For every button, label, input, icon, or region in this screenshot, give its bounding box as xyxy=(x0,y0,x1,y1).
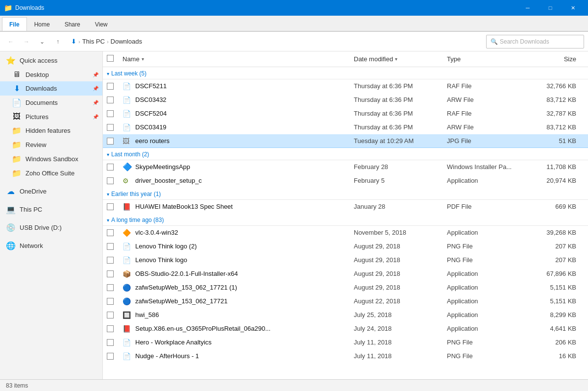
sidebar-item-hidden-features[interactable]: 📁 Hidden features xyxy=(0,123,102,138)
tab-view[interactable]: View xyxy=(88,17,115,31)
file-type-icon: 📄 xyxy=(122,243,132,250)
file-name: hwi_586 xyxy=(135,311,354,318)
file-type-icon: 📦 xyxy=(122,270,132,278)
col-header-size[interactable]: Size xyxy=(535,55,584,63)
sidebar-label-pictures: Pictures xyxy=(25,113,89,121)
file-name: Hero - Workplace Analtyics xyxy=(135,339,354,346)
search-placeholder: Search Downloads xyxy=(500,38,549,45)
file-type-icon: 📄 xyxy=(122,123,132,131)
column-header: Name ▾ Date modified ▾ Type Size xyxy=(103,51,588,67)
table-row[interactable]: 📄 Lenovo Think logo August 29, 2018 PNG … xyxy=(103,253,588,267)
group-label: A long time ago (83) xyxy=(111,217,164,223)
tab-file[interactable]: File xyxy=(2,17,27,31)
maximize-button[interactable]: □ xyxy=(539,0,562,16)
table-row[interactable]: 🔶 vlc-3.0.4-win32 November 5, 2018 Appli… xyxy=(103,226,588,240)
file-date: August 29, 2018 xyxy=(354,243,447,250)
table-row[interactable]: 🔲 hwi_586 July 25, 2018 Application 8,29… xyxy=(103,308,588,322)
search-icon: 🔍 xyxy=(490,38,498,45)
row-checkbox[interactable] xyxy=(107,229,122,236)
sidebar-item-network[interactable]: 🌐 Network xyxy=(0,239,102,253)
table-row[interactable]: 📄 DSC03419 Thursday at 6:36 PM ARW File … xyxy=(103,121,588,134)
sidebar-item-downloads[interactable]: ⬇ Downloads 📌 xyxy=(0,81,102,96)
sidebar-item-windows-sandbox[interactable]: 📁 Windows Sandbox xyxy=(0,152,102,166)
thispc-icon: 💻 xyxy=(6,205,16,214)
row-checkbox[interactable] xyxy=(107,138,122,145)
row-checkbox[interactable] xyxy=(107,203,122,210)
row-checkbox[interactable] xyxy=(107,325,122,332)
close-button[interactable]: ✕ xyxy=(562,0,584,16)
row-checkbox[interactable] xyxy=(107,339,122,346)
breadcrumb[interactable]: ⬇ › This PC › Downloads xyxy=(67,35,484,49)
table-row[interactable]: 📄 DSCF5204 Thursday at 6:36 PM RAF File … xyxy=(103,107,588,121)
table-row[interactable]: 🔵 zafwSetupWeb_153_062_17721 August 22, … xyxy=(103,294,588,308)
table-row[interactable]: 📄 Hero - Workplace Analtyics July 11, 20… xyxy=(103,336,588,349)
breadcrumb-downloads[interactable]: Downloads xyxy=(111,38,142,45)
sidebar-item-thispc[interactable]: 💻 This PC xyxy=(0,202,102,217)
table-row[interactable]: 🔷 SkypeMeetingsApp February 28 Windows I… xyxy=(103,160,588,174)
table-row[interactable]: 📄 Lenovo Think logo (2) August 29, 2018 … xyxy=(103,240,588,253)
file-type-icon: ⚙ xyxy=(122,177,132,185)
table-row[interactable]: 📕 HUAWEI MateBook13 Spec Sheet January 2… xyxy=(103,200,588,214)
table-row[interactable]: 🔵 zafwSetupWeb_153_062_17721 (1) August … xyxy=(103,281,588,294)
collapse-icon: ▾ xyxy=(107,218,109,223)
search-bar[interactable]: 🔍 Search Downloads xyxy=(486,35,584,49)
file-date: July 24, 2018 xyxy=(354,325,447,332)
row-checkbox[interactable] xyxy=(107,124,122,131)
file-type: PNG File xyxy=(447,243,535,250)
table-row[interactable]: 📦 OBS-Studio-22.0.1-Full-Installer-x64 A… xyxy=(103,267,588,281)
sidebar-item-onedrive[interactable]: ☁ OneDrive xyxy=(0,184,102,198)
tab-home[interactable]: Home xyxy=(27,17,57,31)
tab-share[interactable]: Share xyxy=(57,17,88,31)
back-button[interactable]: ← xyxy=(4,35,18,49)
file-type: Application xyxy=(447,311,535,318)
sidebar-item-pictures[interactable]: 🖼 Pictures 📌 xyxy=(0,110,102,123)
table-row[interactable]: 📕 Setup.X86.en-us_O365ProPlusRetail_06a2… xyxy=(103,322,588,336)
sidebar-item-usb[interactable]: 💿 USB Drive (D:) xyxy=(0,220,102,235)
row-checkbox[interactable] xyxy=(107,110,122,117)
table-row[interactable]: 📄 Nudge - AfterHours - 1 July 11, 2018 P… xyxy=(103,349,588,363)
file-type: Application xyxy=(447,229,535,236)
sidebar-item-zoho[interactable]: 📁 Zoho Office Suite xyxy=(0,166,102,180)
row-checkbox[interactable] xyxy=(107,312,122,318)
col-header-name[interactable]: Name ▾ xyxy=(122,55,354,63)
up-button[interactable]: ↑ xyxy=(51,35,65,49)
table-row[interactable]: 📄 DSC03432 Thursday at 6:36 PM ARW File … xyxy=(103,93,588,107)
row-checkbox[interactable] xyxy=(107,97,122,103)
forward-button[interactable]: → xyxy=(20,35,33,49)
group-header-earlier-year[interactable]: ▾Earlier this year (1) xyxy=(103,188,588,200)
table-row[interactable]: 📄 DSCF5211 Thursday at 6:36 PM RAF File … xyxy=(103,79,588,93)
col-header-type[interactable]: Type xyxy=(447,55,535,63)
pin-icon-documents: 📌 xyxy=(93,100,98,105)
group-header-last-week[interactable]: ▾Last week (5) xyxy=(103,67,588,79)
row-checkbox[interactable] xyxy=(107,298,122,305)
sidebar-item-review[interactable]: 📁 Review xyxy=(0,138,102,152)
group-header-long-ago[interactable]: ▾A long time ago (83) xyxy=(103,214,588,226)
sidebar-sep1 xyxy=(0,180,102,184)
sidebar-label-onedrive: OneDrive xyxy=(20,188,98,195)
breadcrumb-this-pc[interactable]: This PC xyxy=(82,38,105,45)
row-checkbox[interactable] xyxy=(107,83,122,90)
pin-icon: 📌 xyxy=(93,72,98,77)
checkbox-all[interactable] xyxy=(107,55,114,62)
downloads-icon: ⬇ xyxy=(12,84,22,93)
row-checkbox[interactable] xyxy=(107,353,122,360)
minimize-button[interactable]: ─ xyxy=(516,0,539,16)
file-type-icon: 📄 xyxy=(122,352,132,360)
sidebar-item-quick-access[interactable]: ⭐ Quick access xyxy=(0,53,102,68)
row-checkbox[interactable] xyxy=(107,284,122,291)
file-name: SkypeMeetingsApp xyxy=(135,163,354,171)
row-checkbox[interactable] xyxy=(107,243,122,250)
row-checkbox[interactable] xyxy=(107,164,122,171)
select-all-checkbox[interactable] xyxy=(107,55,122,63)
row-checkbox[interactable] xyxy=(107,257,122,264)
dropdown-button[interactable]: ⌄ xyxy=(35,35,49,49)
col-header-date[interactable]: Date modified ▾ xyxy=(354,55,447,63)
table-row[interactable]: 🖼 eero routers Tuesday at 10:29 AM JPG F… xyxy=(103,134,588,148)
row-checkbox[interactable] xyxy=(107,177,122,184)
sidebar-item-documents[interactable]: 📄 Documents 📌 xyxy=(0,96,102,110)
row-checkbox[interactable] xyxy=(107,270,122,277)
table-row[interactable]: ⚙ driver_booster_setup_c February 5 Appl… xyxy=(103,174,588,188)
group-header-last-month[interactable]: ▾Last month (2) xyxy=(103,148,588,160)
file-name: OBS-Studio-22.0.1-Full-Installer-x64 xyxy=(135,270,354,277)
sidebar-item-desktop[interactable]: 🖥 Desktop 📌 xyxy=(0,68,102,81)
